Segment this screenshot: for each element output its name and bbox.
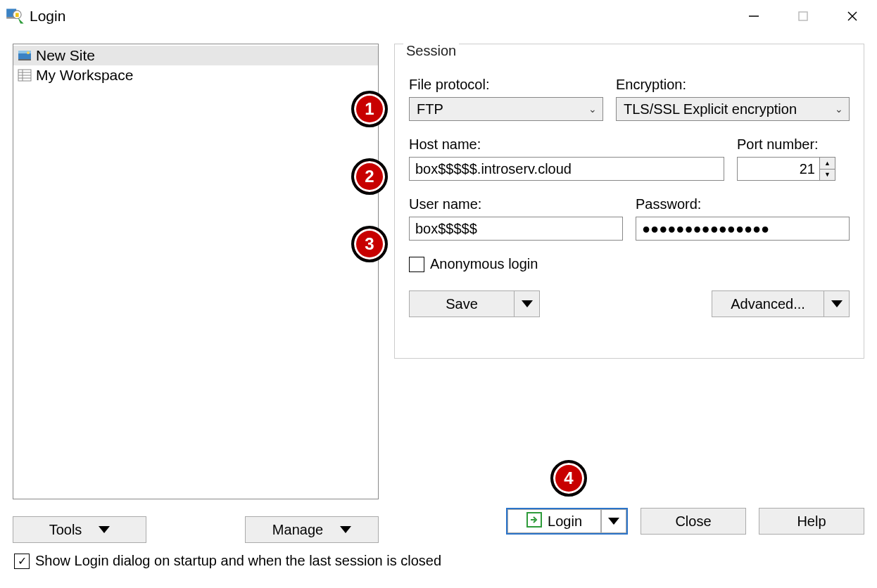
chevron-down-icon: ⌄ bbox=[588, 103, 597, 115]
session-panel: Session 1 2 3 File protocol: FTP ⌄ E bbox=[394, 44, 864, 359]
spinner-down-icon[interactable]: ▼ bbox=[820, 170, 835, 181]
login-dropdown-arrow[interactable] bbox=[601, 509, 626, 533]
chevron-down-icon: ⌄ bbox=[835, 103, 843, 115]
advanced-dropdown-arrow[interactable] bbox=[824, 290, 850, 317]
close-dialog-button[interactable]: Close bbox=[641, 508, 746, 535]
file-protocol-value: FTP bbox=[417, 101, 443, 117]
annotation-3: 3 bbox=[351, 226, 388, 262]
site-item-label: My Workspace bbox=[36, 67, 133, 84]
app-icon bbox=[6, 6, 25, 26]
manage-button[interactable]: Manage bbox=[245, 516, 379, 543]
chevron-down-icon bbox=[608, 518, 619, 525]
anonymous-checkbox[interactable] bbox=[409, 257, 424, 272]
file-protocol-select[interactable]: FTP ⌄ bbox=[409, 97, 603, 121]
workspace-icon bbox=[18, 68, 32, 82]
tools-button[interactable]: Tools bbox=[13, 516, 146, 543]
encryption-select[interactable]: TLS/SSL Explicit encryption ⌄ bbox=[616, 97, 850, 121]
save-button[interactable]: Save bbox=[409, 290, 540, 317]
svg-rect-3 bbox=[15, 13, 19, 17]
window-controls bbox=[729, 0, 877, 32]
login-icon bbox=[526, 512, 542, 531]
sites-panel[interactable]: New Site My Workspace bbox=[13, 44, 379, 499]
svg-point-11 bbox=[27, 51, 30, 54]
port-spinner[interactable]: ▲ ▼ bbox=[820, 157, 835, 181]
show-login-startup-checkbox[interactable] bbox=[14, 554, 30, 569]
annotation-1: 1 bbox=[351, 91, 388, 127]
svg-rect-10 bbox=[18, 59, 31, 60]
advanced-button[interactable]: Advanced... bbox=[712, 290, 850, 317]
chevron-down-icon bbox=[340, 526, 351, 533]
spinner-up-icon[interactable]: ▲ bbox=[820, 158, 835, 170]
host-name-label: Host name: bbox=[409, 136, 724, 153]
port-label: Port number: bbox=[737, 136, 850, 153]
save-label: Save bbox=[446, 296, 478, 312]
port-input[interactable] bbox=[737, 157, 820, 181]
tools-label: Tools bbox=[49, 522, 82, 538]
user-name-label: User name: bbox=[409, 196, 623, 212]
save-dropdown-arrow[interactable] bbox=[515, 290, 540, 317]
annotation-2: 2 bbox=[351, 158, 388, 195]
close-button[interactable] bbox=[828, 0, 877, 32]
help-button[interactable]: Help bbox=[759, 508, 864, 535]
chevron-down-icon bbox=[522, 300, 533, 307]
anonymous-label: Anonymous login bbox=[430, 256, 538, 272]
minimize-button[interactable] bbox=[729, 0, 778, 32]
encryption-label: Encryption: bbox=[616, 77, 850, 93]
password-label: Password: bbox=[636, 196, 850, 212]
host-name-input[interactable] bbox=[409, 157, 724, 181]
annotation-4: 4 bbox=[550, 460, 587, 497]
show-login-startup-label: Show Login dialog on startup and when th… bbox=[35, 553, 441, 569]
close-label: Close bbox=[675, 513, 711, 530]
advanced-label: Advanced... bbox=[731, 296, 805, 312]
chevron-down-icon bbox=[831, 300, 843, 307]
manage-label: Manage bbox=[272, 522, 323, 538]
login-label: Login bbox=[548, 513, 582, 530]
encryption-value: TLS/SSL Explicit encryption bbox=[624, 101, 797, 117]
user-name-input[interactable] bbox=[409, 217, 623, 241]
login-button[interactable]: Login bbox=[506, 508, 628, 535]
maximize-button[interactable] bbox=[778, 0, 828, 32]
titlebar: Login bbox=[0, 0, 877, 32]
chevron-down-icon bbox=[99, 526, 110, 533]
window-title: Login bbox=[30, 8, 65, 25]
site-item-new-site[interactable]: New Site bbox=[13, 46, 378, 65]
site-item-my-workspace[interactable]: My Workspace bbox=[13, 65, 378, 85]
monitor-icon bbox=[18, 49, 32, 63]
file-protocol-label: File protocol: bbox=[409, 77, 603, 93]
password-input[interactable] bbox=[636, 217, 850, 241]
site-item-label: New Site bbox=[36, 47, 95, 64]
session-legend: Session bbox=[403, 43, 459, 59]
help-label: Help bbox=[797, 513, 826, 530]
svg-rect-5 bbox=[799, 12, 807, 20]
